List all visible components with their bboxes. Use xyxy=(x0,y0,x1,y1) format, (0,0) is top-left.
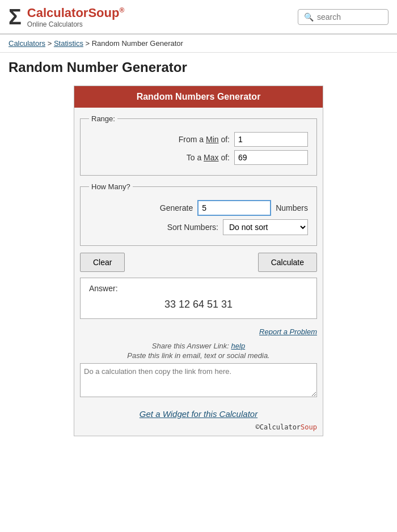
share-textarea[interactable] xyxy=(80,363,317,397)
logo-calculator: Calculator xyxy=(27,6,88,20)
answer-box: Answer: 33 12 64 51 31 xyxy=(80,278,317,319)
search-input[interactable] xyxy=(317,12,382,22)
calculator-box: Random Numbers Generator Range: From a M… xyxy=(74,86,323,436)
share-help-link[interactable]: help xyxy=(231,342,246,350)
breadcrumb: Calculators > Statistics > Random Number… xyxy=(0,35,397,53)
logo-subtitle: Online Calculators xyxy=(27,20,124,28)
copyright-black: ©Calculator xyxy=(256,423,301,431)
logo-text: CalculatorSoup® Online Calculators xyxy=(27,6,124,29)
breadcrumb-sep2: > xyxy=(86,39,92,48)
min-input[interactable] xyxy=(234,132,308,147)
breadcrumb-sep1: > xyxy=(48,39,54,48)
copyright-red: Soup xyxy=(301,423,317,431)
share-text: Share this Answer Link: help xyxy=(80,342,317,350)
max-label: To a Max of: xyxy=(187,153,230,162)
buttons-row: Clear Calculate xyxy=(74,253,323,278)
generate-input[interactable] xyxy=(197,200,271,216)
share-paste: Paste this link in email, text or social… xyxy=(80,351,317,360)
breadcrumb-calculators[interactable]: Calculators xyxy=(9,39,45,48)
max-row: To a Max of: xyxy=(89,150,308,165)
logo-title: CalculatorSoup® xyxy=(27,6,124,20)
min-row: From a Min of: xyxy=(89,132,308,147)
widget-link[interactable]: Get a Widget for this Calculator xyxy=(140,409,257,419)
search-box[interactable]: 🔍 xyxy=(298,9,388,25)
sort-label: Sort Numbers: xyxy=(167,223,218,232)
calculator-header: Random Numbers Generator xyxy=(74,86,323,108)
max-underline: Max xyxy=(204,153,218,162)
site-header: Σ CalculatorSoup® Online Calculators 🔍 xyxy=(0,0,397,35)
breadcrumb-statistics[interactable]: Statistics xyxy=(54,39,83,48)
clear-button[interactable]: Clear xyxy=(80,253,125,272)
widget-link-area: Get a Widget for this Calculator xyxy=(74,403,323,421)
answer-label: Answer: xyxy=(89,284,308,293)
logo-reg: ® xyxy=(119,6,124,14)
report-link[interactable]: Report a Problem xyxy=(259,327,317,336)
sort-select[interactable]: Do not sort Sort ascending Sort descendi… xyxy=(223,219,308,235)
range-group: Range: From a Min of: To a Max of: xyxy=(80,114,317,176)
min-underline: Min xyxy=(206,135,219,144)
min-label: From a Min of: xyxy=(179,135,230,144)
page-title: Random Number Generator xyxy=(0,53,397,80)
range-legend: Range: xyxy=(89,114,117,123)
max-input[interactable] xyxy=(234,150,308,165)
copyright: ©CalculatorSoup xyxy=(74,421,323,436)
logo-soup: Soup xyxy=(88,6,119,20)
generate-row: Generate Numbers xyxy=(89,200,308,216)
calculate-button[interactable]: Calculate xyxy=(258,253,317,272)
sigma-icon: Σ xyxy=(9,6,22,28)
answer-numbers: 33 12 64 51 31 xyxy=(89,296,308,313)
how-many-legend: How Many? xyxy=(89,182,133,191)
generate-label: Generate xyxy=(160,203,193,212)
sort-row: Sort Numbers: Do not sort Sort ascending… xyxy=(89,219,308,235)
share-section: Share this Answer Link: help Paste this … xyxy=(74,339,323,403)
report-link-area: Report a Problem xyxy=(74,325,323,339)
search-icon: 🔍 xyxy=(304,12,314,22)
share-label: Share this Answer Link: xyxy=(152,342,229,350)
numbers-label: Numbers xyxy=(276,203,308,212)
logo-area: Σ CalculatorSoup® Online Calculators xyxy=(9,6,124,29)
how-many-group: How Many? Generate Numbers Sort Numbers:… xyxy=(80,182,317,246)
breadcrumb-current: Random Number Generator xyxy=(92,39,183,48)
main-content: Random Numbers Generator Range: From a M… xyxy=(0,80,397,448)
